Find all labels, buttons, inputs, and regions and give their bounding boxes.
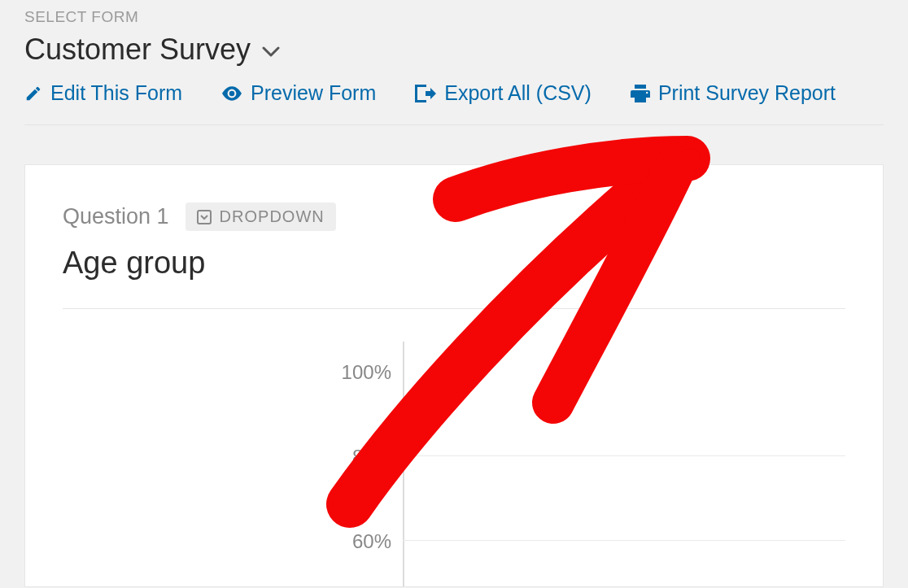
pencil-icon	[24, 85, 42, 102]
field-type-badge: DROPDOWN	[186, 203, 336, 231]
select-form-label: SELECT FORM	[24, 8, 884, 26]
eye-icon	[221, 85, 242, 102]
y-tick-80: 80%	[330, 446, 403, 468]
preview-form-label: Preview Form	[251, 81, 376, 105]
export-icon	[415, 85, 436, 102]
action-bar: Edit This Form Preview Form Export All (…	[24, 81, 884, 125]
y-tick-60: 60%	[330, 530, 403, 553]
question-card: Question 1 DROPDOWN Age group 100% 80% 6	[24, 164, 884, 587]
svg-rect-0	[198, 211, 211, 224]
chevron-down-icon	[262, 46, 280, 58]
form-selector-dropdown[interactable]: Customer Survey	[24, 33, 280, 67]
export-csv-label: Export All (CSV)	[444, 81, 592, 105]
form-name: Customer Survey	[24, 33, 251, 67]
chart-gridlines	[403, 342, 845, 587]
print-report-link[interactable]: Print Survey Report	[631, 81, 836, 105]
y-tick-100: 100%	[330, 361, 403, 384]
print-icon	[631, 85, 650, 102]
question-title: Age group	[63, 246, 845, 309]
print-report-label: Print Survey Report	[658, 81, 836, 105]
edit-form-label: Edit This Form	[50, 81, 182, 105]
export-csv-link[interactable]: Export All (CSV)	[415, 81, 592, 105]
question-number-label: Question 1	[63, 204, 169, 229]
dropdown-field-icon	[197, 210, 212, 224]
edit-form-link[interactable]: Edit This Form	[24, 81, 182, 105]
preview-form-link[interactable]: Preview Form	[221, 81, 376, 105]
chart-area: 100% 80% 60%	[63, 342, 845, 587]
field-type-label: DROPDOWN	[220, 207, 325, 226]
